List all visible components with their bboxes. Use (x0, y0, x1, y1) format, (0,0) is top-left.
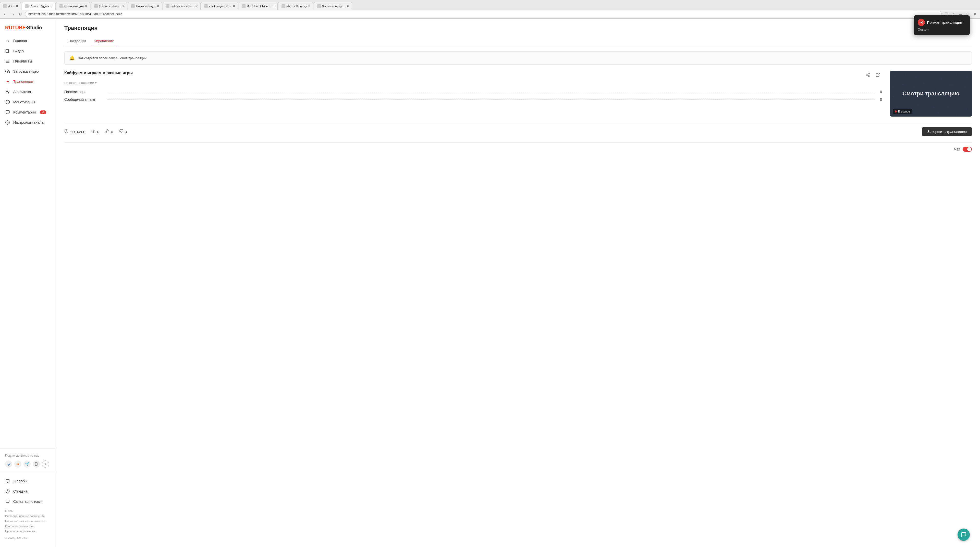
svg-point-53 (93, 130, 94, 132)
add-social-button[interactable]: + (42, 460, 49, 468)
tab-settings[interactable]: Настройки (64, 37, 90, 46)
sidebar-item-help[interactable]: Справка (0, 486, 56, 496)
eye-icon (91, 129, 95, 134)
sidebar-item-label-streams: Трансляции (13, 79, 33, 84)
forward-button[interactable]: → (10, 11, 16, 17)
phone-button[interactable] (33, 460, 40, 468)
stat-row-views: Просмотров 0 (64, 90, 882, 94)
sidebar-item-playlists[interactable]: Плейлисты (0, 56, 56, 66)
browser-tab-t7[interactable]: chicken gun ска...× (201, 2, 239, 10)
browser-tab-t9[interactable]: Microsoft Family× (278, 2, 313, 10)
svg-point-34 (964, 86, 965, 87)
browser-tab-t5[interactable]: Новая вкладка× (128, 2, 162, 10)
tabs: Настройки Управление (64, 37, 972, 46)
home-icon: ⌂ (5, 38, 10, 43)
end-stream-button[interactable]: Завершить трансляцию (922, 127, 972, 136)
svg-point-28 (892, 86, 893, 86)
ok-button[interactable]: ok (14, 460, 21, 468)
logo-studio: ·Studio (25, 25, 42, 30)
svg-point-0 (921, 22, 922, 23)
svg-point-39 (946, 95, 947, 96)
sidebar-item-label-home: Главная (13, 39, 27, 43)
svg-marker-2 (9, 50, 10, 52)
browser-tab-t3[interactable]: Новая вкладка× (56, 2, 90, 10)
sidebar-item-analytics[interactable]: Аналитика (0, 87, 56, 97)
complaints-icon (5, 478, 10, 484)
timer-row: 00:00:00 0 0 0 Завершить тр (64, 123, 972, 140)
sidebar-item-label-complaints: Жалобы (13, 479, 27, 483)
timer-likes: 0 (105, 129, 113, 134)
sidebar-item-monetization[interactable]: Монетизация (0, 97, 56, 107)
footer-terms: Пользовательское соглашение (5, 519, 51, 524)
sidebar-nav: ⌂ Главная Видео Плейлисты Загрузка виде (0, 36, 56, 445)
live-notification-title: Прямая трансляция (927, 21, 963, 24)
playlists-icon (5, 59, 10, 64)
sidebar-logo: RUTUBE·Studio (0, 23, 56, 36)
address-bar[interactable] (25, 11, 942, 17)
browser-tab-t8[interactable]: Download Chicke...× (239, 2, 278, 10)
refresh-button[interactable]: ↻ (18, 11, 24, 17)
help-fab-button[interactable] (958, 529, 970, 541)
svg-point-32 (936, 88, 937, 89)
analytics-icon (5, 89, 10, 94)
clock-icon (64, 129, 68, 134)
svg-line-17 (867, 75, 868, 76)
sidebar-footer: О нас Информационные сообщения Пользоват… (0, 507, 56, 543)
svg-point-50 (938, 112, 939, 113)
sidebar-item-home[interactable]: ⌂ Главная (0, 36, 56, 46)
sidebar-item-streams[interactable]: Трансляции (0, 76, 56, 87)
stat-label-views: Просмотров (64, 90, 105, 94)
back-button[interactable]: ← (2, 11, 8, 17)
stat-label-messages: Сообщений в чате (64, 97, 105, 102)
telegram-button[interactable] (24, 460, 30, 468)
footer-privacy: Конфиденциальность (5, 524, 51, 529)
alert-icon: 🔔 (69, 55, 75, 61)
svg-point-25 (941, 78, 942, 79)
tab-control[interactable]: Управление (90, 37, 118, 46)
svg-point-16 (868, 76, 870, 77)
external-link-button[interactable] (874, 71, 882, 79)
stat-value-messages: 0 (877, 97, 882, 102)
sidebar-item-complaints[interactable]: Жалобы (0, 476, 56, 486)
main-content: Трансляция Настройки Управление 🔔 Чат со… (56, 19, 980, 547)
browser-tab-t2[interactable]: Rutube Студия× (22, 2, 56, 10)
svg-point-40 (959, 98, 959, 99)
vk-button[interactable] (5, 460, 12, 468)
stream-action-row (864, 71, 882, 79)
monetization-icon (5, 100, 10, 105)
chat-toggle[interactable] (963, 147, 972, 152)
preview-box[interactable]: Смотри трансляцию В эфире (890, 71, 972, 117)
comments-icon (5, 110, 10, 115)
svg-point-7 (7, 81, 8, 83)
live-badge-text: В эфире (898, 110, 910, 113)
sidebar-divider-social (0, 448, 56, 449)
sidebar-item-contact[interactable]: Связаться с нами (0, 496, 56, 507)
sidebar-item-upload[interactable]: Загрузка видео (0, 66, 56, 76)
browser-tab-t1[interactable]: Дзен× (0, 2, 21, 10)
svg-point-31 (923, 83, 924, 84)
footer-legal: Правовая информация (5, 529, 51, 534)
channel-settings-icon (5, 120, 10, 125)
sidebar-item-comments[interactable]: Комментарии +2 (0, 107, 56, 118)
toggle-knob (967, 147, 971, 151)
stream-desc-toggle[interactable]: Показать описание ▾ (64, 81, 882, 85)
svg-point-43 (918, 106, 919, 106)
svg-point-38 (928, 97, 929, 98)
svg-point-9 (7, 122, 8, 123)
sidebar-item-channel-settings[interactable]: Настройка канала (0, 118, 56, 127)
views-value: 0 (97, 130, 99, 134)
close-button[interactable]: ✕ (972, 11, 978, 17)
browser-tab-t6[interactable]: Кайфуем и игра...× (162, 2, 200, 10)
browser-chrome: Дзен×Rutube Студия×Новая вкладка×(+) Hom… (0, 0, 980, 19)
svg-point-22 (905, 74, 906, 75)
sidebar-item-label-upload: Загрузка видео (13, 69, 39, 73)
live-notification: Прямая трансляция Custom (914, 15, 970, 35)
browser-tab-t10[interactable]: 3-я попытка про...× (314, 2, 352, 10)
sidebar-item-video[interactable]: Видео (0, 46, 56, 56)
svg-point-44 (933, 107, 934, 108)
chevron-down-icon: ▾ (95, 81, 97, 85)
timer-views: 0 (91, 129, 99, 134)
browser-tab-t4[interactable]: (+) Home - Rob...× (91, 2, 127, 10)
sidebar-item-label-playlists: Плейлисты (13, 59, 32, 63)
share-button[interactable] (864, 71, 872, 79)
